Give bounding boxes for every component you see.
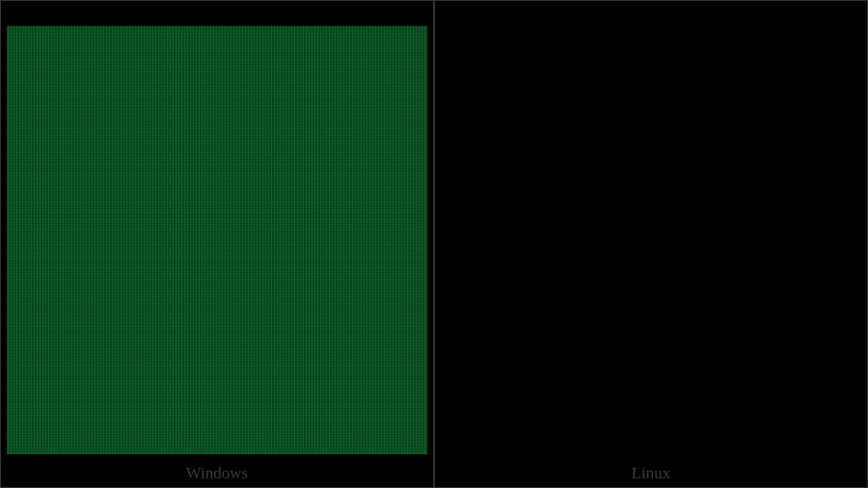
glyph-empty-linux (441, 7, 861, 454)
panel-linux-content (435, 1, 867, 460)
panel-windows: Windows (0, 0, 434, 488)
panel-linux-label: Linux (435, 460, 867, 487)
panel-windows-content (1, 1, 433, 460)
panel-linux: Linux (434, 0, 868, 488)
panel-windows-label: Windows (1, 460, 433, 487)
glyph-pattern-windows (7, 26, 427, 454)
